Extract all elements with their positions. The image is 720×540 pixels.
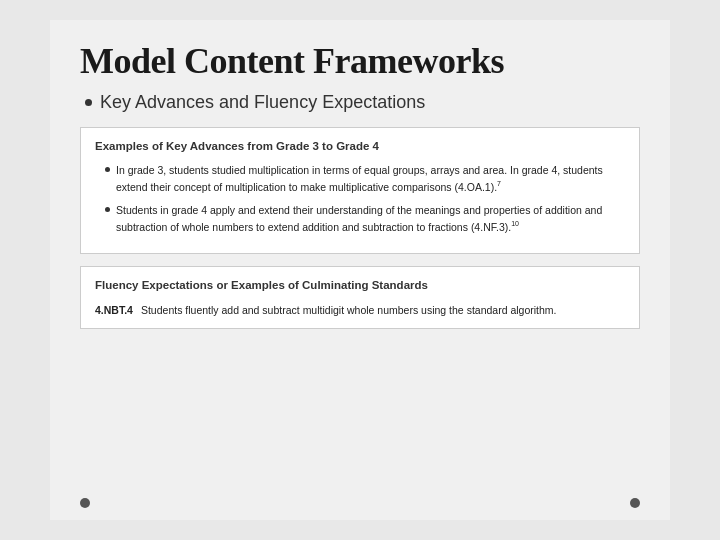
fluency-row: 4.NBT.4 Students fluently add and subtra… (95, 303, 625, 319)
slide: Model Content Frameworks Key Advances an… (50, 20, 670, 520)
fluency-code: 4.NBT.4 (95, 303, 133, 319)
slide-title: Model Content Frameworks (80, 40, 640, 82)
list-bullet-icon (105, 167, 110, 172)
list-item-text: Students in grade 4 apply and extend the… (116, 203, 625, 235)
superscript-2: 10 (511, 220, 519, 227)
list-item: Students in grade 4 apply and extend the… (105, 203, 625, 235)
fluency-header: Fluency Expectations or Examples of Culm… (95, 277, 625, 294)
list-item: In grade 3, students studied multiplicat… (105, 163, 625, 195)
fluency-text: Students fluently add and subtract multi… (141, 303, 557, 319)
superscript-1: 7 (497, 180, 501, 187)
key-advances-header: Examples of Key Advances from Grade 3 to… (95, 138, 625, 155)
bottom-dots-row (50, 498, 670, 508)
key-advances-list: In grade 3, students studied multiplicat… (95, 163, 625, 235)
list-bullet-icon (105, 207, 110, 212)
key-advances-box: Examples of Key Advances from Grade 3 to… (80, 127, 640, 254)
list-item-text: In grade 3, students studied multiplicat… (116, 163, 625, 195)
bottom-dot-right (630, 498, 640, 508)
bottom-dot-left (80, 498, 90, 508)
subtitle-text: Key Advances and Fluency Expectations (100, 92, 425, 113)
fluency-box: Fluency Expectations or Examples of Culm… (80, 266, 640, 329)
subtitle-line: Key Advances and Fluency Expectations (80, 92, 640, 113)
bullet-icon (85, 99, 92, 106)
